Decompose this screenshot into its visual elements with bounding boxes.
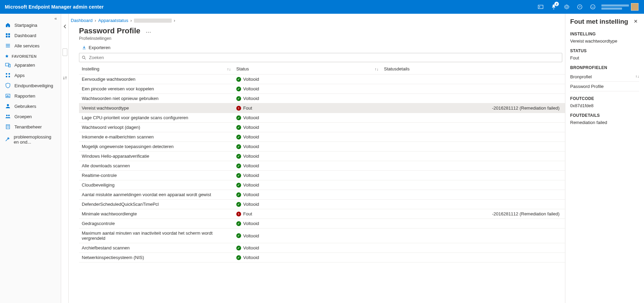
success-icon: ✓ [236, 192, 241, 197]
sidebar-item-label: Tenantbeheer [14, 124, 42, 130]
table-row[interactable]: Inkomende e-mailberichten scannen✓Voltoo… [79, 132, 565, 142]
table-row[interactable]: Een pincode vereisen voor koppelen✓Volto… [79, 84, 565, 94]
sidebar: « Startpagina Dashboard Alle services FA… [0, 14, 61, 303]
sidebar-item-eindpuntbeveiliging[interactable]: Eindpuntbeveiliging [0, 80, 61, 91]
cloud-shell-icon[interactable] [536, 2, 545, 11]
column-header-instelling[interactable]: Instelling↑↓ [79, 64, 234, 75]
status-label: Voltooid [243, 144, 259, 149]
sidebar-item-startpagina[interactable]: Startpagina [0, 20, 61, 30]
sidebar-item-rapporten[interactable]: Rapporten [0, 91, 61, 101]
table-row[interactable]: Archiefbestand scannen✓Voltooid [79, 243, 565, 253]
cell-instelling: Maximum aantal minuten van inactiviteit … [79, 228, 234, 243]
breadcrumb: Dashboard › Apparaatstatus › › [69, 14, 565, 25]
table-row[interactable]: Gedragscontrole✓Voltooid [79, 219, 565, 228]
cell-status: ✓Voltooid [234, 152, 381, 161]
cell-status: !Fout [234, 209, 381, 219]
svg-rect-17 [6, 76, 7, 77]
svg-rect-16 [9, 73, 10, 75]
cell-statusdetails [381, 228, 565, 243]
sidebar-item-apps[interactable]: Apps [0, 70, 61, 80]
sidebar-item-tenantbeheer[interactable]: Tenantbeheer [0, 122, 61, 132]
table-row[interactable]: Wachtwoorden niet opnieuw gebruiken✓Volt… [79, 94, 565, 103]
sidebar-item-label: probleemoplossing en ond... [14, 134, 56, 145]
page-header: Password Profile ⋯ Profielinstellingen [69, 25, 565, 42]
breadcrumb-item[interactable]: Apparaatstatus [98, 18, 128, 23]
status-label: Voltooid [243, 77, 259, 82]
table-row[interactable]: Windows Hello-apparaatverificatie✓Voltoo… [79, 152, 565, 161]
search-input[interactable] [79, 53, 562, 62]
table-row[interactable]: DefenderScheduledQuickScanTimePcl✓Voltoo… [79, 200, 565, 209]
sort-icon[interactable]: ↑↓ [375, 67, 379, 71]
table-row[interactable]: Minimale wachtwoordlengte!Fout-201628111… [79, 209, 565, 219]
cell-instelling: Een pincode vereisen voor koppelen [79, 84, 234, 94]
sidebar-item-gebruikers[interactable]: Gebruikers [0, 101, 61, 111]
export-button[interactable]: Exporteren [82, 45, 111, 50]
table-row[interactable]: Realtime-controle✓Voltooid [79, 171, 565, 180]
cell-statusdetails [381, 243, 565, 253]
status-label: Voltooid [243, 125, 259, 130]
svg-point-25 [8, 115, 10, 116]
svg-point-3 [591, 5, 595, 9]
table-row[interactable]: Netwerkinspectiesysteem (NIS)✓Voltooid [79, 253, 565, 262]
table-row[interactable]: Aantal mislukte aanmeldingen voordat een… [79, 190, 565, 200]
table-row[interactable]: Lage CPU-prioriteit voor geplande scans … [79, 113, 565, 123]
cell-statusdetails [381, 180, 565, 190]
table-row[interactable]: Eenvoudige wachtwoorden✓Voltooid [79, 75, 565, 84]
status-label: Voltooid [243, 202, 259, 207]
table-row[interactable]: Alle downloads scannen✓Voltooid [79, 161, 565, 171]
breadcrumb-item[interactable]: Dashboard [71, 18, 93, 23]
blade-collapsed-indicator[interactable] [63, 48, 67, 56]
notifications-icon[interactable]: 2 [549, 2, 558, 11]
sidebar-item-dashboard[interactable]: Dashboard [0, 30, 61, 41]
more-actions-icon[interactable]: ⋯ [146, 29, 151, 35]
sort-icon[interactable]: ↑↓ [635, 74, 639, 79]
blade-sort-button[interactable] [62, 75, 68, 81]
detail-bronprofiel-row[interactable]: Password Profile [570, 82, 639, 91]
success-icon: ✓ [236, 164, 241, 168]
success-icon: ✓ [236, 125, 241, 130]
blade-back-button[interactable] [62, 23, 68, 30]
cell-status: ✓Voltooid [234, 113, 381, 123]
table-row[interactable]: Wachtwoord verloopt (dagen)✓Voltooid [79, 123, 565, 132]
svg-rect-20 [7, 96, 7, 97]
cell-statusdetails [381, 113, 565, 123]
sidebar-item-apparaten[interactable]: Apparaten [0, 60, 61, 70]
cell-status: !Fout [234, 103, 381, 113]
success-icon: ✓ [236, 173, 241, 178]
sidebar-item-groepen[interactable]: Groepen [0, 111, 61, 122]
table-row[interactable]: Maximum aantal minuten van inactiviteit … [79, 228, 565, 243]
detail-foutcode-value: 0x87d1fde8 [570, 103, 639, 108]
sidebar-item-alle-services[interactable]: Alle services [0, 41, 61, 51]
svg-rect-22 [9, 96, 9, 97]
table-row[interactable]: Cloudbeveiliging✓Voltooid [79, 180, 565, 190]
main-content: Dashboard › Apparaatstatus › › Password … [69, 14, 644, 303]
cell-instelling: Gedragscontrole [79, 219, 234, 228]
help-icon[interactable]: ? [575, 2, 584, 11]
status-label: Voltooid [243, 192, 259, 197]
column-header-status[interactable]: Status↑↓ [234, 64, 381, 75]
cell-statusdetails [381, 253, 565, 262]
cell-statusdetails [381, 200, 565, 209]
success-icon: ✓ [236, 77, 241, 82]
close-icon[interactable]: ✕ [632, 18, 639, 25]
error-icon: ! [236, 106, 241, 111]
sidebar-item-label: Groepen [14, 114, 32, 119]
feedback-icon[interactable] [588, 2, 597, 11]
status-label: Voltooid [243, 86, 259, 91]
detail-title: Fout met instelling [570, 18, 628, 25]
cell-status: ✓Voltooid [234, 171, 381, 180]
svg-rect-28 [8, 125, 9, 126]
sidebar-collapse-toggle[interactable]: « [53, 15, 59, 21]
sidebar-item-probleemoplossing[interactable]: probleemoplossing en ond... [0, 132, 61, 147]
table-row[interactable]: Vereist wachtwoordtype!Fout-2016281112 (… [79, 103, 565, 113]
column-header-statusdetails[interactable]: Statusdetails [381, 64, 565, 75]
cell-instelling: Windows Hello-apparaatverificatie [79, 152, 234, 161]
settings-icon[interactable] [562, 2, 571, 11]
user-account[interactable] [601, 3, 639, 11]
table-row[interactable]: Mogelijk ongewenste toepassingen detecte… [79, 142, 565, 152]
sort-icon[interactable]: ↑↓ [227, 67, 231, 71]
success-icon: ✓ [236, 154, 241, 159]
detail-bronprofiel-header[interactable]: Bronprofiel ↑↓ [570, 72, 639, 82]
star-icon [5, 54, 9, 58]
success-icon: ✓ [236, 202, 241, 207]
